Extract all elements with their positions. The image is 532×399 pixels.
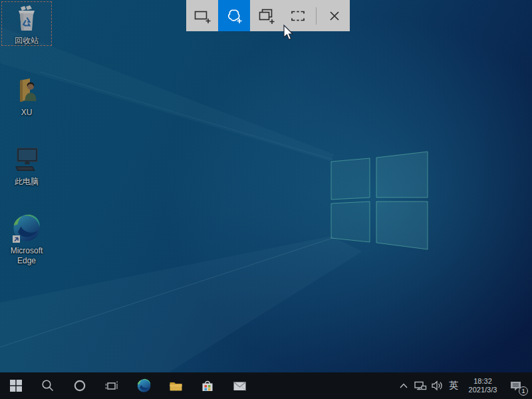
desktop: 回收站 XU 此电脑 bbox=[0, 0, 532, 399]
this-pc-icon bbox=[11, 144, 42, 175]
ime-indicator[interactable]: 英 bbox=[445, 372, 462, 399]
rectangular-snip-icon bbox=[193, 7, 211, 25]
mouse-cursor bbox=[283, 25, 295, 42]
volume-icon bbox=[430, 380, 444, 392]
network-tray-button[interactable] bbox=[412, 372, 428, 399]
microsoft-edge-icon bbox=[11, 213, 42, 244]
mail-icon bbox=[232, 378, 247, 394]
edge-taskbar-button[interactable] bbox=[128, 372, 160, 399]
windows-logo-icon bbox=[10, 380, 22, 392]
volume-tray-button[interactable] bbox=[428, 372, 445, 399]
snip-close-button[interactable] bbox=[319, 0, 350, 31]
file-explorer-button[interactable] bbox=[160, 372, 192, 399]
search-icon bbox=[41, 378, 55, 393]
action-center-button[interactable]: 1 bbox=[503, 372, 529, 399]
start-button[interactable] bbox=[0, 372, 32, 399]
taskbar-clock[interactable]: 18:32 2021/3/3 bbox=[462, 377, 503, 394]
mail-button[interactable] bbox=[223, 372, 255, 399]
folder-icon bbox=[168, 378, 184, 394]
recycle-bin-icon bbox=[11, 3, 42, 34]
task-view-icon bbox=[104, 378, 119, 393]
freeform-snip-icon bbox=[225, 7, 243, 25]
network-icon bbox=[414, 380, 427, 392]
system-tray: 英 18:32 2021/3/3 1 bbox=[396, 372, 532, 399]
snip-toolbar bbox=[186, 0, 350, 31]
close-icon bbox=[326, 7, 343, 25]
desktop-icon-this-pc[interactable]: 此电脑 bbox=[1, 142, 52, 187]
search-button[interactable] bbox=[32, 372, 64, 399]
store-icon bbox=[200, 378, 215, 393]
desktop-icon-recycle-bin[interactable]: 回收站 bbox=[1, 1, 52, 46]
cortana-button[interactable] bbox=[64, 372, 96, 399]
windows-wallpaper-logo bbox=[0, 0, 532, 399]
desktop-icon-microsoft-edge[interactable]: Microsoft Edge bbox=[1, 211, 52, 266]
desktop-icon-user-folder[interactable]: XU bbox=[1, 73, 52, 118]
desktop-icon-label: XU bbox=[21, 108, 33, 118]
desktop-icon-label: 此电脑 bbox=[15, 177, 39, 187]
user-folder-icon bbox=[11, 75, 42, 106]
taskbar: 英 18:32 2021/3/3 1 bbox=[0, 372, 532, 399]
clock-date: 2021/3/3 bbox=[469, 386, 497, 394]
notification-badge: 1 bbox=[519, 386, 528, 396]
task-view-button[interactable] bbox=[96, 372, 128, 399]
window-snip-icon bbox=[257, 7, 275, 25]
chevron-up-icon bbox=[399, 382, 408, 389]
window-snip-button[interactable] bbox=[250, 0, 282, 31]
rectangular-snip-button[interactable] bbox=[186, 0, 218, 31]
cortana-icon bbox=[72, 378, 87, 393]
edge-icon bbox=[136, 378, 152, 394]
desktop-icon-label: Microsoft Edge bbox=[3, 246, 50, 266]
fullscreen-snip-icon bbox=[289, 7, 307, 25]
freeform-snip-button[interactable] bbox=[218, 0, 250, 31]
show-hidden-icons-button[interactable] bbox=[396, 372, 412, 399]
desktop-icon-label: 回收站 bbox=[15, 36, 39, 46]
toolbar-separator bbox=[316, 7, 317, 25]
clock-time: 18:32 bbox=[473, 377, 492, 386]
store-button[interactable] bbox=[192, 372, 223, 399]
